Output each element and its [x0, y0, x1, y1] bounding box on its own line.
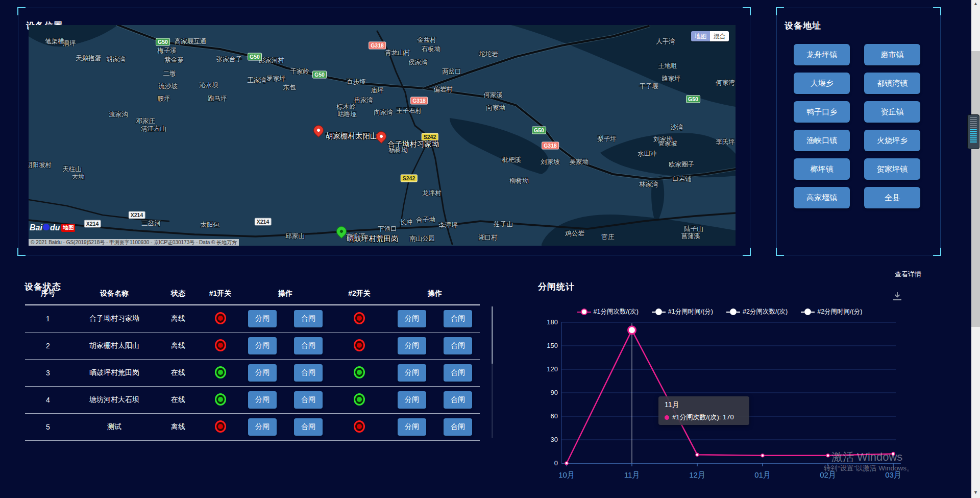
device-name: 测试	[71, 414, 158, 441]
address-button[interactable]: 大堰乡	[794, 73, 850, 94]
map-place-label: 王子石村	[396, 107, 422, 115]
map-type-toggle[interactable]: 地图混合	[691, 31, 729, 41]
scrollbar-up-arrow[interactable]: ▲	[971, 1, 980, 8]
address-button[interactable]: 磨市镇	[864, 44, 920, 65]
widget-stripe	[970, 133, 977, 134]
row-index: 1	[25, 305, 71, 333]
map-place-label: 咕噜垭	[337, 110, 357, 119]
map-place-label: 二墩	[163, 69, 176, 78]
road-shield: G50	[248, 53, 262, 61]
scrollbar-down-arrow[interactable]: ▼	[971, 490, 980, 497]
page-scrollbar-thumb[interactable]	[971, 51, 980, 327]
table-column-header: 操作	[390, 289, 480, 305]
map-place-label: 两岔口	[442, 67, 461, 76]
address-button[interactable]: 资丘镇	[864, 101, 920, 123]
address-button[interactable]: 鸭子口乡	[794, 101, 850, 123]
address-button[interactable]: 龙舟坪镇	[794, 44, 850, 65]
open-switch-button[interactable]: 分闸	[398, 418, 426, 436]
map-place-label: 何家溪	[483, 91, 503, 100]
map-place-label: 三岔河	[141, 219, 161, 228]
address-button[interactable]: 榔坪镇	[794, 158, 850, 180]
address-button[interactable]: 高家堰镇	[794, 187, 850, 208]
baidu-map[interactable]: 笔架槽洞坪天鹅抱蛋胡家湾高家堰互通梅子溪紫金寨二墩流沙坡沁水坝腰坪跑马坪渡家沟邓…	[29, 25, 736, 246]
switch1-indicator	[215, 366, 226, 378]
corner-decoration	[17, 7, 26, 15]
switch2-indicator	[354, 393, 365, 406]
map-place-label: 百步垭	[347, 78, 366, 86]
close-switch-button[interactable]: 合闸	[294, 364, 323, 382]
map-place-label: 太阳包	[200, 221, 219, 229]
baidu-map-badge: 地图	[61, 224, 75, 232]
close-switch-button[interactable]: 合闸	[294, 337, 323, 354]
close-switch-button[interactable]: 合闸	[294, 310, 323, 327]
address-button[interactable]: 都镇湾镇	[864, 73, 920, 94]
windows-activation-watermark-sub: 转到“设置”以激活 Windows。	[824, 464, 914, 473]
map-place-label: 合子坳	[416, 216, 435, 224]
map-place-label: 李潭坪	[438, 221, 458, 230]
map-type-option[interactable]: 地图	[691, 31, 710, 41]
table-row: 4塘坊河村大石坝在线分闸合闸分闸合闸	[25, 387, 480, 414]
widget-stripe	[970, 141, 977, 143]
map-place-label: 干子堰	[639, 82, 658, 91]
svg-text:120: 120	[547, 365, 558, 373]
map-place-label: 紫金寨	[164, 56, 184, 64]
open-switch-button[interactable]: 分闸	[398, 310, 426, 327]
corner-decoration	[743, 7, 751, 15]
row-index: 4	[25, 387, 71, 414]
tooltip-title: 11月	[665, 400, 743, 410]
map-place-label: 冉家湾	[354, 96, 373, 105]
open-switch-button[interactable]: 分闸	[398, 337, 426, 354]
address-button[interactable]: 贺家坪镇	[864, 158, 920, 180]
road-shield: G318	[410, 97, 428, 105]
open-switch-button[interactable]: 分闸	[398, 364, 426, 382]
map-place-label: 何家湾	[716, 79, 735, 87]
map-place-label: 刘家坡	[541, 158, 560, 167]
map-place-label: 侯家湾	[408, 58, 428, 67]
open-switch-button[interactable]: 分闸	[248, 337, 277, 354]
svg-text:10月: 10月	[558, 470, 575, 479]
address-button[interactable]: 全县	[864, 187, 920, 208]
table-column-header: 设备名称	[71, 289, 158, 305]
map-copyright: © 2021 Baidu - GS(2019)5218号 - 甲测资字11009…	[29, 239, 239, 246]
table-scrollbar-thumb[interactable]	[492, 306, 493, 364]
close-switch-button[interactable]: 合闸	[294, 391, 323, 409]
table-scrollbar[interactable]	[492, 306, 493, 438]
address-button[interactable]: 渔峡口镇	[794, 130, 850, 151]
map-place-label: 偏岩村	[433, 85, 453, 94]
address-button[interactable]: 火烧坪乡	[864, 130, 920, 151]
close-switch-button[interactable]: 合闸	[444, 310, 472, 327]
device-status: 离线	[158, 305, 199, 333]
open-switch-button[interactable]: 分闸	[248, 310, 277, 327]
map-type-option[interactable]: 混合	[710, 31, 729, 41]
close-switch-button[interactable]: 合闸	[444, 391, 472, 409]
view-details-link[interactable]: 查看详情	[895, 270, 921, 279]
download-icon[interactable]	[892, 291, 902, 301]
map-place-label: 千家岭	[290, 67, 309, 76]
scroll-indicator-widget[interactable]	[967, 114, 979, 149]
map-place-label: 吴家坳	[569, 158, 589, 167]
map-place-label: 李氏坪	[716, 138, 735, 147]
close-switch-button[interactable]: 合闸	[444, 364, 472, 382]
map-place-label: 罗家坪	[266, 75, 286, 83]
widget-stripe	[970, 123, 977, 124]
road-shield: X214	[255, 218, 272, 226]
switch1-indicator	[215, 339, 226, 351]
table-row: 2胡家棚村太阳山离线分闸合闸分闸合闸	[25, 333, 480, 360]
map-place-label: 管家坡	[658, 139, 677, 148]
map-place-label: 长冲	[400, 218, 413, 227]
road-shield: G50	[686, 96, 700, 103]
open-switch-button[interactable]: 分闸	[248, 364, 277, 382]
close-switch-button[interactable]: 合闸	[294, 418, 323, 436]
open-switch-button[interactable]: 分闸	[248, 418, 277, 436]
map-place-label: 欧家圈子	[669, 160, 694, 169]
close-switch-button[interactable]: 合闸	[444, 418, 472, 436]
open-switch-button[interactable]: 分闸	[248, 391, 277, 409]
map-place-label: 王家湾	[247, 76, 266, 85]
open-switch-button[interactable]: 分闸	[398, 391, 426, 409]
map-place-label: 柳树坳	[509, 177, 529, 185]
device-name: 合子坳村习家坳	[71, 305, 158, 333]
device-status: 在线	[158, 387, 199, 414]
device-status: 离线	[158, 333, 199, 360]
close-switch-button[interactable]: 合闸	[444, 337, 472, 354]
corner-decoration	[743, 248, 751, 256]
